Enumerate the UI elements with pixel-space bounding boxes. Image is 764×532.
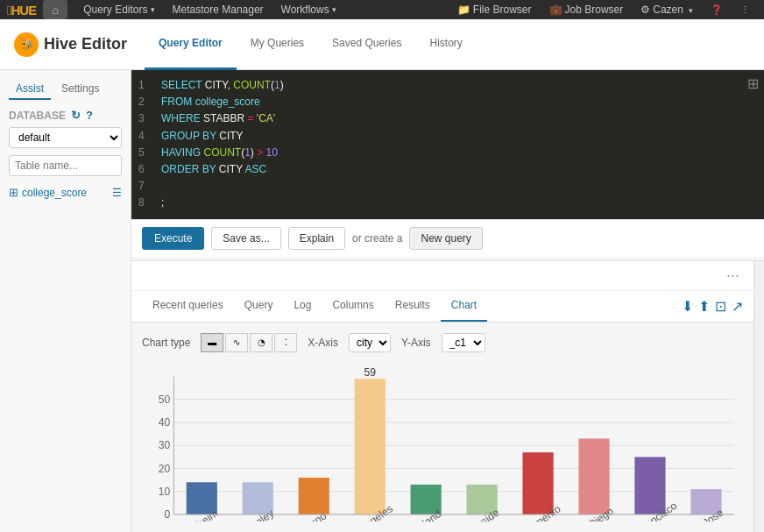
dots-menu-icon[interactable]: ···: [719, 263, 746, 288]
new-query-button[interactable]: New query: [409, 227, 482, 250]
chevron-down-icon: ▾: [151, 5, 155, 14]
tab-history[interactable]: History: [415, 19, 476, 70]
code-line-7: 7: [138, 178, 757, 195]
code-line-2: 2 FROM college_score: [138, 94, 757, 110]
table-expand-icon[interactable]: ☰: [112, 187, 122, 199]
save-as-button[interactable]: Save as...: [211, 227, 280, 250]
svg-text:40: 40: [159, 416, 171, 429]
svg-text:30: 30: [159, 439, 171, 451]
y-axis-select[interactable]: _c1: [442, 333, 485, 352]
tab-columns[interactable]: Columns: [322, 290, 384, 322]
nav-job-browser[interactable]: 💼Job Browser: [542, 4, 631, 16]
x-axis-label: X-Axis: [308, 337, 338, 349]
database-label: DATABASE ↻ ?: [9, 109, 122, 122]
svg-rect-25: [522, 452, 553, 514]
code-editor-wrapper: 1 SELECT CITY, COUNT(1) 2 FROM college_s…: [131, 70, 764, 219]
chart-type-pie[interactable]: ◔: [250, 333, 272, 352]
database-select[interactable]: default: [9, 127, 122, 148]
results-scrollbar[interactable]: [753, 261, 764, 533]
y-axis-label: Y-Axis: [401, 337, 431, 349]
svg-text:50: 50: [159, 393, 171, 405]
bar-chart-svg-container: 01020304050AnaheimBerkeleyFresno59Los An…: [142, 363, 743, 522]
svg-rect-18: [355, 379, 386, 514]
refresh-icon[interactable]: ↻: [71, 109, 81, 122]
results-actions: ⬇ ⬆ ⊡ ↗: [682, 298, 743, 315]
tab-query-editor[interactable]: Query Editor: [145, 19, 237, 70]
sidebar-tab-settings[interactable]: Settings: [54, 79, 106, 100]
top-nav-right: 📁File Browser 💼Job Browser ⚙Cazen ▾ ❓ ⋮: [450, 4, 757, 16]
hue-logo-text: HUE: [7, 3, 36, 18]
share-icon[interactable]: ⬆: [698, 298, 710, 315]
nav-help[interactable]: ❓: [704, 4, 730, 16]
svg-rect-27: [578, 438, 609, 514]
svg-text:10: 10: [159, 485, 171, 497]
dots-menu-bar: ···: [131, 261, 753, 291]
chart-type-bar[interactable]: ▬: [201, 333, 223, 352]
svg-rect-16: [299, 478, 329, 514]
tab-results[interactable]: Results: [385, 290, 441, 322]
bar-chart-svg: 01020304050AnaheimBerkeleyFresno59Los An…: [142, 363, 743, 522]
sidebar-tab-assist[interactable]: Assist: [9, 79, 51, 100]
bar-chart-wrapper: 01020304050AnaheimBerkeleyFresno59Los An…: [142, 363, 743, 522]
tab-query[interactable]: Query: [234, 290, 284, 322]
nav-item-query-editors[interactable]: Query Editors ▾: [74, 0, 163, 19]
nav-item-workflows[interactable]: Workflows ▾: [272, 0, 345, 19]
home-icon[interactable]: ⌂: [43, 0, 67, 19]
nav-settings[interactable]: ⋮: [733, 4, 757, 16]
chart-area: Chart type ▬ ∿ ◔ ⁚ X-Axis city Y-Axis: [131, 323, 753, 533]
svg-rect-29: [634, 457, 665, 514]
editor-area: 1 SELECT CITY, COUNT(1) 2 FROM college_s…: [131, 70, 764, 532]
tab-saved-queries[interactable]: Saved Queries: [318, 19, 415, 70]
x-axis-select[interactable]: city: [349, 333, 391, 352]
svg-text:0: 0: [165, 508, 171, 521]
app-logo: 🐝 Hive Editor: [14, 32, 127, 57]
app-tabs: Query Editor My Queries Saved Queries Hi…: [145, 19, 477, 70]
chevron-down-icon-3: ▾: [689, 6, 693, 15]
table-search-input[interactable]: [9, 155, 122, 176]
svg-text:59: 59: [364, 366, 376, 379]
app-logo-text: Hive Editor: [44, 35, 127, 53]
editor-toolbar: Execute Save as... Explain or create a N…: [131, 219, 764, 257]
chart-type-buttons: ▬ ∿ ◔ ⁚: [201, 333, 297, 352]
tab-log[interactable]: Log: [283, 290, 322, 322]
code-line-3: 3 WHERE STABBR = 'CA': [138, 110, 757, 127]
execute-button[interactable]: Execute: [142, 227, 204, 250]
tab-recent-queries[interactable]: Recent queries: [142, 290, 234, 322]
tab-chart[interactable]: Chart: [441, 290, 487, 322]
expand-icon[interactable]: ⊡: [715, 298, 726, 315]
chevron-down-icon-2: ▾: [332, 5, 336, 14]
help-icon[interactable]: ?: [86, 109, 93, 122]
top-nav-items: Query Editors ▾ Metastore Manager Workfl…: [74, 0, 450, 19]
code-line-1: 1 SELECT CITY, COUNT(1): [138, 77, 757, 94]
download-icon[interactable]: ⬇: [682, 298, 693, 315]
db-select-row: default: [9, 127, 122, 148]
nav-file-browser[interactable]: 📁File Browser: [450, 4, 539, 16]
nav-item-metastore[interactable]: Metastore Manager: [164, 0, 272, 19]
results-outer: ··· Recent queries Query Log Columns: [131, 260, 764, 533]
top-nav: HUE ⌂ Query Editors ▾ Metastore Manager…: [0, 0, 764, 19]
editor-expand-icon[interactable]: ⊞: [747, 75, 759, 92]
app-bar: 🐝 Hive Editor Query Editor My Queries Sa…: [0, 19, 764, 70]
code-line-6: 6 ORDER BY CITY ASC: [138, 161, 757, 178]
chart-controls: Chart type ▬ ∿ ◔ ⁚ X-Axis city Y-Axis: [142, 333, 743, 352]
main-content: Assist Settings DATABASE ↻ ? default ⊞ c…: [0, 70, 764, 532]
table-item-college-score[interactable]: ⊞ college_score ☰: [9, 183, 122, 202]
code-editor[interactable]: 1 SELECT CITY, COUNT(1) 2 FROM college_s…: [131, 70, 764, 219]
fullscreen-icon[interactable]: ↗: [732, 298, 743, 315]
or-create-label: or create a: [352, 232, 402, 245]
table-icon: ⊞: [9, 186, 18, 199]
chart-type-label: Chart type: [142, 337, 190, 349]
nav-user-cazen[interactable]: ⚙Cazen ▾: [633, 4, 700, 16]
results-inner: ··· Recent queries Query Log Columns: [131, 261, 753, 533]
tab-my-queries[interactable]: My Queries: [237, 19, 318, 70]
code-line-4: 4 GROUP BY CITY: [138, 128, 757, 145]
sidebar: Assist Settings DATABASE ↻ ? default ⊞ c…: [0, 70, 131, 532]
svg-text:20: 20: [159, 462, 171, 474]
chart-type-line[interactable]: ∿: [225, 333, 248, 352]
hive-editor-icon: 🐝: [14, 32, 39, 57]
code-line-5: 5 HAVING COUNT(1) > 10: [138, 145, 757, 161]
hue-logo: HUE: [7, 3, 36, 18]
code-line-8: 8 ;: [138, 195, 757, 211]
explain-button[interactable]: Explain: [288, 227, 345, 250]
chart-type-scatter[interactable]: ⁚: [274, 333, 297, 352]
